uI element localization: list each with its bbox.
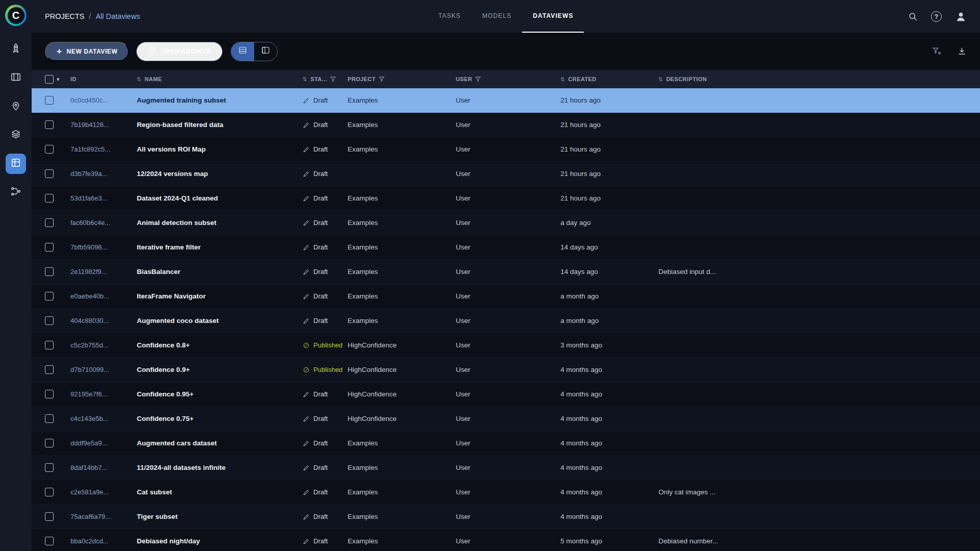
row-id[interactable]: bba0c2dcd...	[66, 537, 133, 545]
row-checkbox[interactable]	[45, 169, 54, 178]
row-id[interactable]: 7a1fc892c5...	[66, 145, 133, 153]
row-created: 14 days ago	[556, 243, 654, 251]
table-row[interactable]: c2e581a9e... Cat subset Draft Examples U…	[32, 480, 980, 505]
row-checkbox[interactable]	[45, 365, 54, 374]
table-view-toggle[interactable]	[231, 42, 254, 61]
sidebar-item-dataviews[interactable]	[6, 154, 26, 174]
row-checkbox[interactable]	[45, 145, 54, 154]
select-dropdown-caret[interactable]: ▾	[57, 76, 60, 83]
filter-icon[interactable]	[475, 77, 481, 82]
clear-filters-icon[interactable]	[932, 46, 942, 56]
row-checkbox[interactable]	[45, 316, 54, 325]
row-id[interactable]: d3b7fe39a...	[66, 170, 133, 178]
row-id[interactable]: 8daf14bb7...	[66, 464, 133, 471]
table-row[interactable]: 92195e7f6... Confidence 0.95+ Draft High…	[32, 382, 980, 407]
table-row[interactable]: 2e11982f9... BiasBalancer Draft Examples…	[32, 260, 980, 284]
row-id[interactable]: c4c143e5b...	[66, 415, 133, 422]
row-id[interactable]: 404c88030...	[66, 317, 133, 324]
table-row[interactable]: d3b7fe39a... 12/2024 versions map Draft …	[32, 162, 980, 186]
row-id[interactable]: 2e11982f9...	[66, 268, 133, 276]
row-checkbox[interactable]	[45, 218, 54, 227]
table-row[interactable]: 7a1fc892c5... All versions ROI Map Draft…	[32, 137, 980, 162]
row-checkbox[interactable]	[45, 463, 54, 472]
filter-icon[interactable]	[330, 77, 336, 82]
row-checkbox[interactable]	[45, 243, 54, 252]
user-avatar[interactable]	[955, 11, 967, 22]
table-row[interactable]: d7b710099... Confidence 0.9+ Published H…	[32, 358, 980, 382]
row-id[interactable]: dddf9e5a9...	[66, 439, 133, 447]
row-checkbox[interactable]	[45, 414, 54, 423]
sort-icon[interactable]: ⇅	[560, 76, 565, 82]
download-icon[interactable]	[957, 46, 967, 56]
row-id[interactable]: c2e581a9e...	[66, 488, 133, 496]
sort-icon[interactable]: ⇅	[658, 76, 663, 82]
table-row[interactable]: c4c143e5b... Confidence 0.75+ Draft High…	[32, 407, 980, 431]
table-row[interactable]: 7bfb59096... Iterative frame filter Draf…	[32, 235, 980, 260]
row-status: Draft	[299, 243, 344, 251]
new-dataview-button[interactable]: + NEW DATAVIEW	[45, 42, 129, 61]
table-row[interactable]: 404c88030... Augmented coco dataset Draf…	[32, 309, 980, 333]
row-id[interactable]: 0c0cd450c...	[66, 96, 133, 104]
status-label: Draft	[313, 317, 328, 324]
sort-icon[interactable]: ⇅	[303, 76, 307, 82]
row-id[interactable]: d7b710099...	[66, 366, 133, 373]
filter-icon[interactable]	[379, 77, 384, 82]
row-checkbox[interactable]	[45, 194, 54, 203]
col-header-project[interactable]: PROJECT	[344, 76, 452, 82]
row-checkbox[interactable]	[45, 267, 54, 276]
table-row[interactable]: 8daf14bb7... 11/2024-all datasets infini…	[32, 456, 980, 480]
row-checkbox[interactable]	[45, 512, 54, 521]
sidebar-item-hyperdatasets[interactable]	[6, 125, 26, 145]
new-dataview-label: NEW DATAVIEW	[67, 48, 118, 55]
row-checkbox[interactable]	[45, 292, 54, 300]
clearml-logo[interactable]: C	[5, 5, 27, 26]
col-header-id[interactable]: ID	[66, 76, 133, 82]
row-id[interactable]: 7bfb59096...	[66, 243, 133, 251]
col-header-user[interactable]: USER	[452, 76, 556, 82]
table-row[interactable]: e0aebe40b... IteraFrame Navigator Draft …	[32, 284, 980, 309]
table-row[interactable]: c5c2b755d... Confidence 0.8+ Published H…	[32, 333, 980, 358]
sidebar-item-pipelines[interactable]	[6, 182, 26, 203]
row-id[interactable]: c5c2b755d...	[66, 341, 133, 349]
sidebar-item-datasets[interactable]	[6, 68, 26, 88]
row-id[interactable]: 75acaf6a79...	[66, 513, 133, 520]
row-checkbox[interactable]	[45, 341, 54, 349]
col-header-name[interactable]: ⇅ NAME	[133, 76, 299, 82]
row-id[interactable]: 7b19b4126...	[66, 121, 133, 129]
row-checkbox[interactable]	[45, 439, 54, 447]
sort-icon[interactable]: ⇅	[137, 76, 141, 82]
col-header-description[interactable]: ⇅ DESCRIPTION	[654, 76, 980, 82]
status-label: Draft	[313, 390, 328, 398]
row-checkbox[interactable]	[45, 390, 54, 398]
tab-tasks[interactable]: TASKS	[428, 0, 472, 33]
sidebar-item-annotations[interactable]	[6, 96, 26, 117]
tab-dataviews[interactable]: DATAVIEWS	[522, 0, 584, 33]
col-header-status[interactable]: ⇅ STA...	[299, 76, 344, 82]
table-row[interactable]: 75acaf6a79... Tiger subset Draft Example…	[32, 505, 980, 529]
row-checkbox[interactable]	[45, 537, 54, 545]
row-id[interactable]: 53d1fa6e3...	[66, 194, 133, 202]
open-archive-button[interactable]: OPEN ARCHIVE	[136, 42, 222, 61]
table-row[interactable]: bba0c2dcd... Debiased night/day Draft Ex…	[32, 529, 980, 551]
sidebar-item-projects[interactable]	[6, 39, 26, 60]
tab-models[interactable]: MODELS	[472, 0, 522, 33]
table-row[interactable]: fac60b6c4e... Animal detection subset Dr…	[32, 211, 980, 235]
row-project: Examples	[344, 243, 452, 251]
breadcrumb-current[interactable]: All Dataviews	[95, 12, 140, 20]
row-id[interactable]: fac60b6c4e...	[66, 219, 133, 227]
help-icon[interactable]: ?	[931, 11, 942, 22]
row-id[interactable]: 92195e7f6...	[66, 390, 133, 398]
select-all-checkbox[interactable]	[45, 75, 54, 84]
table-row[interactable]: 0c0cd450c... Augmented training subset D…	[32, 88, 980, 113]
search-icon[interactable]	[908, 12, 918, 21]
table-row[interactable]: 53d1fa6e3... Dataset 2024-Q1 cleaned Dra…	[32, 186, 980, 211]
row-checkbox[interactable]	[45, 120, 54, 129]
card-view-toggle[interactable]	[254, 42, 277, 61]
row-checkbox[interactable]	[45, 488, 54, 496]
table-row[interactable]: 7b19b4126... Region-based filtered data …	[32, 113, 980, 137]
row-id[interactable]: e0aebe40b...	[66, 292, 133, 300]
row-checkbox[interactable]	[45, 96, 54, 105]
col-header-created[interactable]: ⇅ CREATED	[556, 76, 654, 82]
breadcrumb-projects[interactable]: PROJECTS	[45, 12, 84, 20]
table-row[interactable]: dddf9e5a9... Augmented cars dataset Draf…	[32, 431, 980, 456]
